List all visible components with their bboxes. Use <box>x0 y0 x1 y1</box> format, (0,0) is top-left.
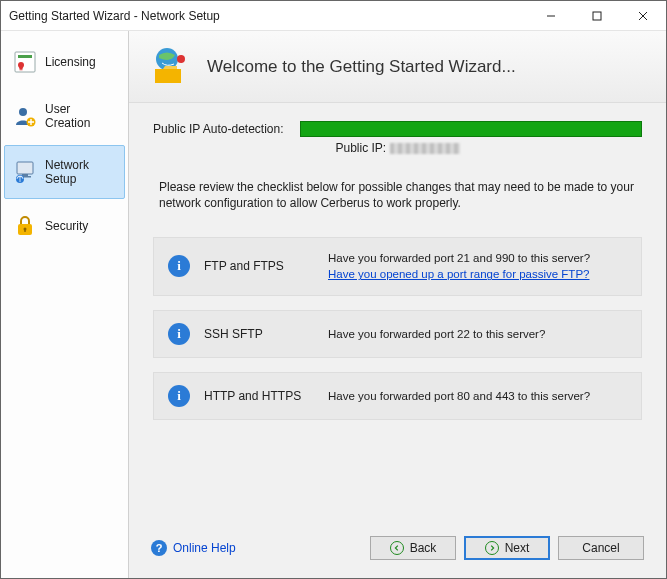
svg-rect-15 <box>24 229 25 232</box>
back-label: Back <box>410 541 437 555</box>
checklist-desc: Have you forwarded port 21 and 990 to th… <box>328 250 627 282</box>
titlebar: Getting Started Wizard - Network Setup <box>1 1 666 31</box>
sidebar-item-network-setup[interactable]: Network Setup <box>4 145 125 199</box>
sidebar-item-label: Licensing <box>45 55 96 69</box>
svg-rect-5 <box>18 55 32 58</box>
instructions-text: Please review the checklist below for po… <box>159 179 636 211</box>
checklist-desc: Have you forwarded port 80 and 443 to th… <box>328 388 627 404</box>
svg-rect-1 <box>593 12 601 20</box>
ip-progress-bar <box>300 121 642 137</box>
help-icon: ? <box>151 540 167 556</box>
sidebar-item-label: Security <box>45 219 88 233</box>
wizard-globe-icon <box>147 45 191 89</box>
checklist-desc: Have you forwarded port 22 to this serve… <box>328 326 627 342</box>
checklist-item-ssh: i SSH SFTP Have you forwarded port 22 to… <box>153 310 642 358</box>
info-icon: i <box>168 385 190 407</box>
info-icon: i <box>168 255 190 277</box>
close-button[interactable] <box>620 1 666 30</box>
svg-rect-9 <box>17 162 33 174</box>
info-icon: i <box>168 323 190 345</box>
certificate-icon <box>13 50 37 74</box>
cancel-button[interactable]: Cancel <box>558 536 644 560</box>
online-help-link[interactable]: ? Online Help <box>151 540 236 556</box>
arrow-right-icon <box>485 541 499 555</box>
checklist-name: SSH SFTP <box>204 327 314 341</box>
main: Welcome to the Getting Started Wizard...… <box>129 31 666 578</box>
ip-detection-row: Public IP Auto-detection: <box>153 121 642 137</box>
footer: ? Online Help Back Next Cancel <box>129 524 666 578</box>
page-title: Welcome to the Getting Started Wizard... <box>207 57 516 77</box>
sidebar-item-label: Network Setup <box>45 158 116 186</box>
sidebar-item-label: User Creation <box>45 102 116 130</box>
help-label: Online Help <box>173 541 236 555</box>
cancel-label: Cancel <box>582 541 619 555</box>
sidebar: Licensing User Creation Network Setup <box>1 31 129 578</box>
window-title: Getting Started Wizard - Network Setup <box>9 9 528 23</box>
svg-rect-10 <box>22 174 28 176</box>
checklist-name: FTP and FTPS <box>204 259 314 273</box>
next-label: Next <box>505 541 530 555</box>
redacted-ip <box>390 143 460 154</box>
svg-point-7 <box>19 108 27 116</box>
window-controls <box>528 1 666 30</box>
checklist-item-ftp: i FTP and FTPS Have you forwarded port 2… <box>153 237 642 295</box>
checklist-line: Have you forwarded port 80 and 443 to th… <box>328 388 627 404</box>
content: Public IP Auto-detection: Public IP: Ple… <box>129 103 666 524</box>
next-button[interactable]: Next <box>464 536 550 560</box>
ip-detection-label: Public IP Auto-detection: <box>153 122 284 136</box>
checklist-item-http: i HTTP and HTTPS Have you forwarded port… <box>153 372 642 420</box>
public-ip-prefix: Public IP: <box>335 141 389 155</box>
back-button[interactable]: Back <box>370 536 456 560</box>
sidebar-item-user-creation[interactable]: User Creation <box>4 89 125 143</box>
checklist-line: Have you forwarded port 22 to this serve… <box>328 326 627 342</box>
lock-icon <box>13 214 37 238</box>
user-plus-icon <box>13 104 37 128</box>
wizard-window: Getting Started Wizard - Network Setup L… <box>0 0 667 579</box>
sidebar-item-licensing[interactable]: Licensing <box>4 37 125 87</box>
arrow-left-icon <box>390 541 404 555</box>
body: Licensing User Creation Network Setup <box>1 31 666 578</box>
public-ip-value: Public IP: <box>153 141 642 155</box>
checklist-line: Have you forwarded port 21 and 990 to th… <box>328 250 627 266</box>
minimize-button[interactable] <box>528 1 574 30</box>
sidebar-item-security[interactable]: Security <box>4 201 125 251</box>
network-icon <box>13 160 37 184</box>
maximize-button[interactable] <box>574 1 620 30</box>
passive-ftp-link[interactable]: Have you opened up a port range for pass… <box>328 268 589 280</box>
checklist-name: HTTP and HTTPS <box>204 389 314 403</box>
header-band: Welcome to the Getting Started Wizard... <box>129 31 666 103</box>
